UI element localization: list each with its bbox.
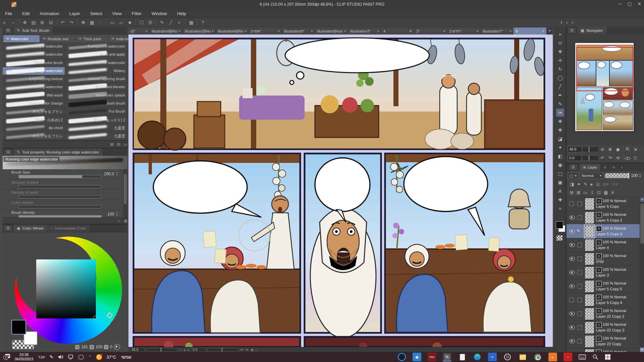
pen-correct-icon[interactable]: ✎ bbox=[158, 20, 166, 25]
layer-thumbnail[interactable] bbox=[585, 280, 594, 293]
taskbar-clock[interactable]: 23:36 06/05/2023 bbox=[15, 353, 33, 361]
help-icon[interactable]: ? bbox=[199, 20, 207, 25]
select-poly-icon[interactable]: ▱ bbox=[117, 20, 125, 25]
rotation-slider[interactable] bbox=[208, 348, 238, 352]
reference-layer-icon[interactable]: ✦ bbox=[577, 182, 581, 187]
zoom-slider[interactable] bbox=[147, 348, 177, 352]
opacity-value[interactable]: 100 bbox=[631, 173, 638, 178]
toolprop-panel-menu-icon[interactable]: ☰ bbox=[4, 149, 12, 155]
brush-item[interactable]: Opaque watercolor bbox=[3, 43, 65, 51]
brush-item[interactable]: Wet wash bbox=[3, 92, 65, 100]
brush-item[interactable]: Watery bbox=[65, 67, 127, 75]
pencil-tool-icon[interactable]: ✎ bbox=[556, 100, 564, 108]
select-checkbox[interactable] bbox=[577, 339, 582, 344]
doc-tab[interactable]: e]*● bbox=[128, 27, 150, 35]
collapse-right-icon[interactable]: » bbox=[566, 20, 568, 25]
doc-tab[interactable]: 3 חדש*● bbox=[447, 27, 481, 35]
snap-icon[interactable]: ✓ bbox=[175, 20, 184, 25]
nav-rotation-value[interactable]: 0.0 bbox=[568, 155, 582, 161]
line-icon[interactable]: ╱ bbox=[166, 20, 175, 25]
zoom-in-icon[interactable]: + bbox=[183, 348, 185, 352]
deselect-icon[interactable]: ☐ bbox=[137, 20, 146, 25]
eye-icon[interactable] bbox=[569, 284, 575, 288]
select-checkbox[interactable] bbox=[577, 325, 582, 330]
draft-layer-icon[interactable]: ✎ bbox=[584, 182, 587, 187]
layer-mask-tab-icon[interactable]: ◗ bbox=[619, 165, 625, 170]
page-thumbnail[interactable] bbox=[575, 43, 634, 131]
text-tool-icon[interactable]: A bbox=[556, 187, 564, 195]
layers-tab[interactable]: ≋ Layer bbox=[580, 164, 600, 171]
import-subtool-icon[interactable]: ⊞ bbox=[110, 142, 114, 147]
rotate-left-icon[interactable]: ↶ bbox=[240, 348, 244, 352]
redo-icon[interactable]: ↷ bbox=[67, 20, 76, 25]
eye-toggle[interactable] bbox=[569, 298, 574, 302]
reset-rotation-icon[interactable]: ⟲ bbox=[251, 348, 254, 352]
doc-tab[interactable]: Illustration7*● bbox=[481, 27, 514, 35]
brush-item[interactable]: 九重雲 bbox=[65, 132, 127, 140]
weather-sun-icon[interactable] bbox=[96, 354, 102, 360]
brush-item[interactable]: Wet bleed blender bbox=[65, 83, 127, 91]
reset-settings-icon[interactable]: ◔ bbox=[117, 219, 120, 224]
minimize-button[interactable]: ─ bbox=[619, 1, 622, 6]
merge-layer-icon[interactable]: ⊡ bbox=[597, 190, 601, 195]
spinner-icon[interactable]: ▲▼ bbox=[116, 171, 118, 176]
scroll-thumb[interactable] bbox=[640, 203, 644, 244]
select-checkbox[interactable] bbox=[577, 298, 582, 302]
color-panel-menu-icon[interactable]: ☰ bbox=[4, 226, 12, 231]
layer-thumbnail[interactable] bbox=[585, 294, 594, 306]
touch-keyboard-icon[interactable] bbox=[579, 354, 586, 360]
select-checkbox[interactable] bbox=[577, 243, 582, 247]
mask-icon[interactable]: ⊘▾ bbox=[612, 182, 618, 187]
layer-thumbnail[interactable] bbox=[585, 225, 594, 238]
nav-rotation-slider[interactable] bbox=[583, 156, 598, 160]
close-tab-icon[interactable]: ✕ bbox=[542, 29, 544, 33]
subtool-panel-menu-icon[interactable]: ☰ bbox=[4, 28, 12, 33]
collapse-left2-icon[interactable]: ‹ bbox=[9, 20, 17, 25]
operation-tool-icon[interactable]: ✛ bbox=[556, 56, 564, 64]
opacity-spinner-icon[interactable]: ▲▼ bbox=[639, 173, 641, 178]
network-icon[interactable] bbox=[68, 355, 74, 359]
saturation-value-square[interactable] bbox=[36, 259, 96, 318]
doc-tab[interactable]: Illustration6[Res● bbox=[216, 27, 249, 35]
menu-view[interactable]: View bbox=[107, 11, 127, 16]
foreground-color-swatch[interactable] bbox=[556, 221, 563, 229]
eye-icon[interactable] bbox=[569, 325, 575, 329]
taskbar-utorrent-icon[interactable]: U bbox=[503, 353, 512, 361]
hand-tool-icon[interactable]: ✥ bbox=[20, 20, 29, 25]
nav-zoom-out-icon[interactable]: ⊖ bbox=[599, 147, 606, 152]
menu-file[interactable]: File bbox=[0, 11, 17, 16]
layer-row[interactable]: ◇ 100 % NormalLayer 5 Copy 2 bbox=[567, 210, 640, 225]
eye-icon[interactable] bbox=[569, 216, 575, 220]
layer-search-tab-icon[interactable]: ≋ bbox=[610, 165, 618, 170]
menu-select[interactable]: Select bbox=[85, 11, 107, 16]
brush-item[interactable]: Watercolor brush bbox=[3, 59, 65, 67]
tab-watercolor[interactable]: ✑Watercolor bbox=[3, 35, 40, 42]
nav-flip-v-icon[interactable]: ▽ bbox=[632, 156, 639, 161]
collapse-status-icon[interactable]: ‹ bbox=[255, 348, 257, 352]
layer-thumbnail[interactable] bbox=[585, 253, 594, 265]
brush-item[interactable]: Leaves color change bbox=[3, 100, 65, 108]
brush-item[interactable]: dp-cloud bbox=[3, 124, 65, 132]
blend-tool-icon[interactable]: ✦ bbox=[556, 143, 564, 152]
taskbar-edge-icon[interactable] bbox=[473, 353, 482, 361]
layer-color-combo[interactable]: ▢ ▼ bbox=[568, 172, 579, 179]
taskbar-search-icon[interactable] bbox=[592, 354, 598, 360]
brush-item[interactable]: 風(大・白多め) 2 bbox=[3, 116, 65, 124]
taskbar-acrobat-pro-icon[interactable]: PDF bbox=[428, 353, 436, 361]
select-checkbox[interactable] bbox=[577, 270, 582, 275]
brush-item[interactable]: 九重雲 bbox=[65, 124, 127, 132]
open-file-icon[interactable]: ⊞ bbox=[38, 20, 47, 25]
brush-item[interactable]: Emphasizing texture bbox=[3, 75, 65, 83]
scroll-up-icon[interactable]: ▲ bbox=[640, 197, 644, 202]
layer-row[interactable]: ◇ 100 % NormalLayer 5 Copy bbox=[567, 197, 640, 211]
nav-zoom-value[interactable]: 48.8 bbox=[568, 146, 582, 152]
language-indicator[interactable]: עבר bbox=[38, 355, 45, 359]
taskbar-chrome-icon[interactable] bbox=[533, 353, 542, 361]
doc-tab[interactable]: Illustration2[Res● bbox=[183, 27, 216, 35]
taskbar-paint3d-icon[interactable]: ✑ bbox=[488, 353, 497, 361]
layer-row-selected[interactable]: ✎ ◇ 100 % NormalLayer 5 Copy 3 bbox=[567, 224, 640, 238]
toolprop-scrollbar[interactable] bbox=[123, 169, 127, 218]
move-tool-icon[interactable]: ✥ bbox=[556, 48, 564, 56]
selection-tool-icon[interactable]: ◯ bbox=[556, 74, 564, 82]
doc-tab[interactable]: אחרון*● bbox=[249, 27, 282, 35]
